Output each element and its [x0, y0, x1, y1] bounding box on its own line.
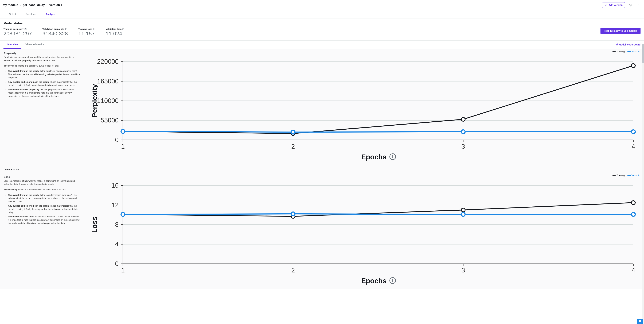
model-leaderboard-link[interactable]: Model leaderboard: [616, 41, 640, 48]
breadcrumb-item: Version 1: [49, 3, 62, 7]
svg-point-16: [94, 29, 94, 29]
scrollbar-thumb[interactable]: [642, 44, 644, 63]
info-icon[interactable]: [93, 28, 95, 30]
plus-circle-icon: [605, 4, 608, 7]
svg-point-56: [121, 129, 125, 133]
svg-point-7: [638, 6, 638, 6]
metrics-row: Training perplexity 208981.297 Validatio…: [4, 28, 124, 37]
scrollbar-track[interactable]: [642, 44, 644, 289]
add-version-label: Add version: [608, 4, 622, 7]
perplexity-desc-text: Perplexity is a measure of how well the …: [4, 56, 81, 62]
loss-curve-heading: Loss curve: [0, 165, 644, 173]
metric-validation-perplexity: Validation perplexity 61340.328: [42, 28, 68, 37]
legend-training[interactable]: Training: [612, 174, 624, 177]
svg-text:0: 0: [115, 260, 119, 267]
tab-fine-tune[interactable]: Fine-tune: [21, 10, 41, 18]
subtab-advanced-metrics[interactable]: Advanced metrics: [21, 41, 48, 49]
info-icon[interactable]: [24, 28, 27, 30]
svg-text:Epochs: Epochs: [361, 153, 386, 161]
svg-rect-20: [616, 45, 616, 45]
list-item: The overall trend of the graph: Is the l…: [8, 194, 81, 203]
svg-text:4: 4: [632, 266, 635, 274]
svg-text:4: 4: [632, 143, 635, 150]
metric-value: 11.024: [106, 31, 124, 37]
svg-point-106: [392, 279, 393, 280]
metric-value: 11.157: [78, 31, 95, 37]
svg-text:3: 3: [461, 143, 465, 150]
list-item: The overall trend of the graph: Is the p…: [8, 70, 81, 79]
breadcrumb-item[interactable]: My models: [3, 3, 18, 7]
metric-value: 61340.328: [42, 31, 68, 37]
svg-point-66: [614, 175, 614, 176]
svg-text:2: 2: [291, 266, 295, 274]
perplexity-chart: 0550001100001650002200001234PerplexityEp…: [90, 51, 640, 161]
svg-text:12: 12: [112, 201, 118, 209]
history-icon[interactable]: [627, 2, 633, 8]
svg-point-54: [461, 117, 465, 121]
metric-validation-loss: Validation loss 11.024: [106, 28, 124, 37]
tab-select[interactable]: Select: [4, 10, 21, 18]
metric-label: Validation loss: [106, 28, 122, 30]
metric-value: 208981.297: [4, 31, 32, 37]
marker-icon: [628, 175, 630, 176]
breadcrumb-item[interactable]: get_cand_delay: [23, 3, 45, 7]
svg-point-100: [461, 212, 465, 216]
metric-training-perplexity: Training perplexity 208981.297: [4, 28, 32, 37]
chevron-right-icon: ›: [46, 3, 48, 7]
metric-label: Validation perplexity: [42, 28, 64, 30]
loss-chart-area: Training Validation 04812161234LossEpoch…: [85, 173, 644, 289]
svg-point-6: [638, 5, 638, 5]
primary-tabs: Select Fine-tune Analyze: [0, 10, 644, 19]
svg-point-96: [461, 208, 465, 212]
metric-label: Training loss: [78, 28, 92, 30]
svg-text:0: 0: [115, 136, 119, 144]
svg-point-98: [121, 212, 125, 216]
model-status-block: Model status Training perplexity 208981.…: [0, 19, 644, 41]
list-item: The overall value of perplexity: A lower…: [8, 88, 81, 98]
model-leaderboard-label: Model leaderboard: [619, 43, 640, 46]
legend-validation[interactable]: Validation: [628, 174, 641, 177]
svg-point-64: [392, 155, 393, 156]
legend-label: Training: [616, 174, 624, 177]
svg-text:110000: 110000: [97, 97, 118, 104]
svg-point-57: [291, 130, 295, 134]
svg-text:1: 1: [121, 266, 125, 274]
metric-label: Training perplexity: [4, 28, 24, 30]
svg-text:Perplexity: Perplexity: [91, 84, 98, 118]
legend-label: Validation: [632, 174, 641, 177]
legend-validation[interactable]: Validation: [628, 50, 641, 53]
loss-panel: Loss Loss is a measure of how well the m…: [0, 173, 644, 289]
chevron-right-icon: ›: [20, 3, 21, 7]
svg-point-58: [461, 130, 465, 134]
perplexity-heading: Perplexity: [4, 52, 81, 55]
info-icon[interactable]: [122, 28, 124, 30]
legend-label: Training: [616, 50, 624, 53]
topbar: My models › get_cand_delay › Version 1 A…: [0, 0, 644, 10]
svg-point-68: [628, 175, 630, 176]
legend-training[interactable]: Training: [612, 50, 624, 53]
list-item: Any sudden spikes or dips in the graph: …: [8, 204, 81, 214]
bar-chart-icon: [616, 43, 618, 46]
svg-text:4: 4: [115, 241, 119, 248]
add-version-button[interactable]: Add version: [602, 2, 625, 8]
list-item: Any sudden spikes or dips in the graph: …: [8, 81, 81, 87]
legend-label: Validation: [632, 50, 641, 53]
svg-point-101: [632, 212, 635, 216]
perplexity-panel: Perplexity Perplexity is a measure of ho…: [0, 49, 644, 165]
metric-training-loss: Training loss 11.157: [78, 28, 95, 37]
kebab-menu-icon[interactable]: [635, 2, 641, 8]
svg-point-19: [123, 29, 124, 29]
perplexity-legend: Training Validation: [612, 50, 641, 53]
tab-analyze[interactable]: Analyze: [41, 10, 60, 18]
loss-legend: Training Validation: [612, 174, 641, 177]
model-status-title: Model status: [4, 22, 640, 25]
test-in-ready-button[interactable]: Test in Ready-to-use models: [600, 28, 640, 34]
secondary-tabs-row: Overview Advanced metrics Model leaderbo…: [0, 41, 644, 49]
svg-rect-21: [616, 44, 617, 45]
info-icon[interactable]: [65, 28, 68, 30]
svg-point-24: [614, 51, 614, 52]
loss-desc-text: Loss is a measure of how well the model …: [4, 179, 81, 186]
subtab-overview[interactable]: Overview: [4, 41, 21, 49]
list-item: The overall value of loss: A lower loss …: [8, 215, 81, 225]
svg-text:16: 16: [112, 182, 118, 189]
